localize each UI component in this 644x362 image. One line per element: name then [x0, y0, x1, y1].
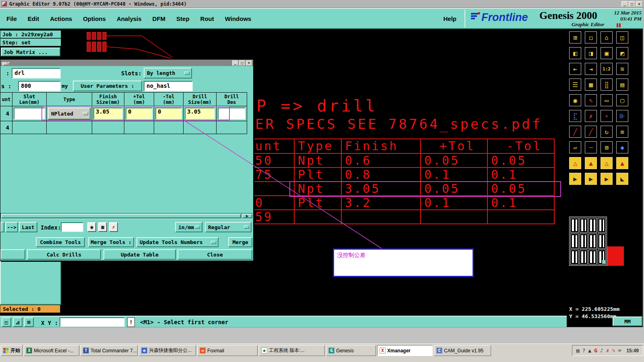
printer-icon[interactable]: ▤: [576, 348, 580, 354]
tile-view-icon[interactable]: ▣: [601, 47, 613, 59]
menu-step[interactable]: Step: [176, 15, 190, 22]
job-matrix-button[interactable]: Job Matrix ...: [1, 48, 60, 56]
line-45-icon[interactable]: ╱: [569, 126, 581, 138]
slots-dropdown[interactable]: By length: [144, 68, 192, 79]
xy-mode-icon[interactable]: ⊿: [13, 317, 23, 327]
taskbar-item-total-commander[interactable]: T Total Commander 7...: [80, 345, 138, 356]
polygon-icon[interactable]: ▱: [569, 141, 581, 153]
new-window-icon[interactable]: ◻: [585, 31, 597, 43]
minus-tol-field[interactable]: 0: [155, 108, 182, 120]
select-tool-icon[interactable]: ▶: [569, 173, 581, 185]
home-view-icon[interactable]: ⌂: [601, 31, 613, 43]
update-tools-numbers-dropdown[interactable]: Update Tools Numbers: [136, 237, 219, 247]
point-icon[interactable]: ∘: [601, 110, 613, 122]
tolerance-field[interactable]: 800: [18, 81, 61, 91]
mirror-icon[interactable]: ▲: [616, 157, 628, 169]
xmanager-tray-icon[interactable]: ✗: [606, 348, 609, 354]
update-tray-icon[interactable]: ▲: [588, 348, 591, 354]
restore-view-icon[interactable]: ⊞: [569, 31, 581, 43]
split-view-icon[interactable]: ◫: [616, 31, 628, 43]
stack-icon[interactable]: ≡: [616, 126, 628, 138]
grid-snap-icon[interactable]: ⊞: [24, 317, 34, 327]
zoom-next-icon[interactable]: ⇥: [585, 63, 597, 75]
units-dropdown[interactable]: in/mm: [175, 222, 202, 232]
pen-tray-icon[interactable]: ✎: [612, 348, 615, 354]
rotate-icon[interactable]: ↻: [601, 126, 613, 138]
genesis-tray-icon[interactable]: G: [594, 348, 597, 354]
matrix-icon[interactable]: ⣿: [601, 79, 613, 91]
pattern-icon[interactable]: ⣏: [569, 110, 581, 122]
last-button[interactable]: Last: [19, 222, 37, 232]
row2-cell[interactable]: [124, 121, 154, 134]
table-view-icon[interactable]: ▦: [98, 222, 107, 232]
diamond-pad-icon[interactable]: ◆: [616, 141, 628, 153]
taskbar-item-foxmail[interactable]: ✉ Foxmail: [197, 345, 258, 356]
taskbar-item-browser[interactable]: e 兴森快捷衡阳分公...: [139, 345, 196, 356]
columns-icon[interactable]: ⊪: [616, 110, 628, 122]
close-button[interactable]: ×: [636, 1, 642, 7]
align-bottom-icon[interactable]: ▲: [585, 157, 597, 169]
frame-icon[interactable]: ▢: [616, 94, 628, 106]
origin-icon[interactable]: ◉: [569, 94, 581, 106]
crosshair-tool-icon[interactable]: ▶: [601, 173, 613, 185]
finish-size-field[interactable]: 3.05: [93, 108, 123, 120]
highlight-tool-icon[interactable]: ◉: [87, 222, 96, 232]
menu-file[interactable]: File: [6, 15, 17, 22]
maximize-button[interactable]: □: [629, 1, 635, 7]
combine-tools-button[interactable]: Combine Tools: [36, 237, 85, 247]
dialog-close-button[interactable]: ×: [246, 60, 252, 66]
menu-analysis[interactable]: Analysis: [117, 15, 142, 22]
delete-icon[interactable]: ✗: [585, 110, 597, 122]
mode-dropdown[interactable]: Regular: [205, 222, 252, 232]
align-top-icon[interactable]: △: [569, 157, 581, 169]
dialog-maximize-button[interactable]: □: [239, 60, 245, 66]
tool-name-field[interactable]: drl: [12, 68, 61, 79]
pick-tool-icon[interactable]: ▶: [585, 173, 597, 185]
pan-right-icon[interactable]: ◨: [585, 47, 597, 59]
minimize-button[interactable]: _: [621, 1, 628, 7]
rows-icon[interactable]: ▤: [616, 79, 628, 91]
h-scrollbar[interactable]: [0, 213, 253, 219]
row2-cell[interactable]: [92, 121, 124, 134]
row2-cell[interactable]: [184, 121, 217, 134]
flip-icon[interactable]: △: [601, 157, 613, 169]
menu-help[interactable]: Help: [443, 15, 456, 22]
close-button[interactable]: Close: [178, 249, 252, 260]
zoom-prev-icon[interactable]: ⇤: [569, 63, 581, 75]
add-pad-icon[interactable]: ⊞: [601, 141, 613, 153]
prev-button-clipped[interactable]: [0, 222, 4, 232]
row2-cell[interactable]: [217, 121, 247, 134]
taskbar-item-genesis[interactable]: G Genesis: [326, 345, 376, 356]
menu-actions[interactable]: Actions: [50, 15, 72, 22]
xy-input[interactable]: [60, 317, 125, 327]
ruler-icon[interactable]: ▭: [601, 94, 613, 106]
volume-icon[interactable]: ♪: [600, 348, 603, 354]
taskbar-item-xmanager[interactable]: X Xmanager: [377, 345, 433, 356]
dialog-minimize-button[interactable]: _: [232, 60, 238, 66]
clipped-button[interactable]: [0, 249, 25, 260]
measure-icon[interactable]: ✎: [585, 94, 597, 106]
grid-view-icon[interactable]: ▦: [585, 79, 597, 91]
menu-dfm[interactable]: DFM: [153, 15, 166, 22]
list-view-icon[interactable]: ☰: [569, 79, 581, 91]
taskbar-item-excel[interactable]: X Microsoft Excel -...: [24, 345, 79, 356]
merge-button[interactable]: Merge: [228, 237, 252, 247]
scroll-right-arrow-icon[interactable]: [242, 214, 252, 218]
line-tool-icon[interactable]: ╱: [585, 126, 597, 138]
type-dropdown[interactable]: NPlated: [48, 108, 91, 120]
next-button[interactable]: -->: [5, 222, 18, 232]
user-parameters-button[interactable]: User Parameters :: [73, 81, 142, 91]
panel-preview[interactable]: [569, 217, 607, 266]
slot-len-field[interactable]: [14, 108, 45, 120]
row2-cell[interactable]: [47, 121, 92, 134]
alert-button[interactable]: !: [127, 317, 135, 327]
menu-windows[interactable]: Windows: [225, 15, 252, 22]
menu-options[interactable]: Options: [83, 15, 106, 22]
index-field[interactable]: [61, 222, 83, 232]
update-table-button[interactable]: Update Table: [103, 249, 176, 260]
drill-size-field[interactable]: 3.05: [185, 108, 215, 120]
scrollbar-thumb[interactable]: [1, 214, 241, 218]
select-mode-icon[interactable]: ◰: [2, 317, 11, 327]
pan-left-icon[interactable]: ◧: [569, 47, 581, 59]
plus-tol-field[interactable]: 0: [126, 108, 153, 120]
